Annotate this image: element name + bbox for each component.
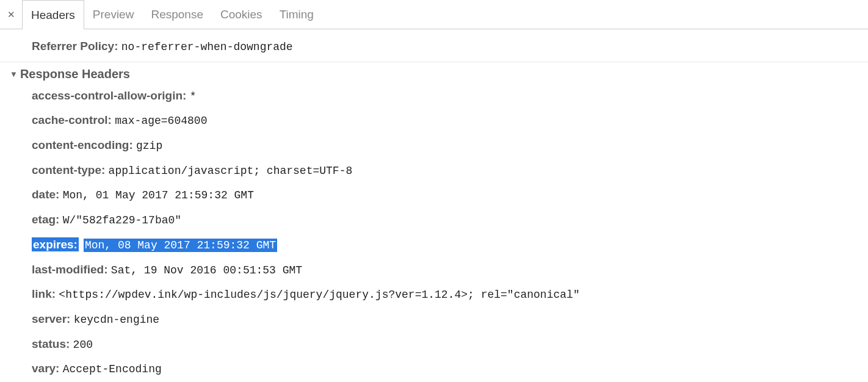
section-toggle[interactable]: ▼ Response Headers <box>0 67 868 81</box>
tab-preview[interactable]: Preview <box>84 0 143 29</box>
section-title: Response Headers <box>20 67 130 81</box>
header-name: vary: <box>32 362 59 375</box>
header-name: link: <box>32 287 56 300</box>
header-value: Sat, 19 Nov 2016 00:51:53 GMT <box>111 264 302 276</box>
close-icon[interactable]: ✕ <box>0 0 22 29</box>
header-row: cache-control: max-age=604800 <box>0 108 868 133</box>
header-name: access-control-allow-origin: <box>32 89 186 102</box>
header-value: keycdn-engine <box>74 314 159 326</box>
header-value: W/"582fa229-17ba0" <box>63 214 181 226</box>
header-row: content-type: application/javascript; ch… <box>0 158 868 183</box>
header-value: * <box>190 90 197 103</box>
header-value: <https://wpdev.ink/wp-includes/js/jquery… <box>59 289 579 301</box>
header-name: cache-control: <box>32 114 112 126</box>
tab-cookies[interactable]: Cookies <box>212 0 271 29</box>
header-row: server: keycdn-engine <box>0 307 868 332</box>
tab-response[interactable]: Response <box>142 0 212 29</box>
tab-bar: ✕ Headers Preview Response Cookies Timin… <box>0 0 868 29</box>
header-value: gzip <box>136 140 162 152</box>
header-name: server: <box>32 312 70 325</box>
header-name: status: <box>32 337 70 350</box>
header-row: link: <https://wpdev.ink/wp-includes/js/… <box>0 282 868 307</box>
response-headers-section: ▼ Response Headers <box>0 62 868 84</box>
header-name: last-modified: <box>32 263 108 276</box>
header-row-expires: expires:Mon, 08 May 2017 21:59:32 GMT <box>0 232 868 258</box>
header-name: expires: <box>32 237 79 251</box>
chevron-down-icon: ▼ <box>10 70 18 79</box>
header-value: max-age=604800 <box>115 115 207 127</box>
header-row: etag: W/"582fa229-17ba0" <box>0 207 868 232</box>
header-row: date: Mon, 01 May 2017 21:59:32 GMT <box>0 182 868 207</box>
header-row: status: 200 <box>0 332 868 357</box>
header-name: Referrer Policy: <box>32 40 118 52</box>
header-value: Mon, 08 May 2017 21:59:32 GMT <box>84 239 277 252</box>
header-name: content-type: <box>32 164 105 176</box>
header-value: 200 <box>73 339 93 351</box>
header-row: access-control-allow-origin: * <box>0 84 868 109</box>
header-value: no-referrer-when-downgrade <box>121 41 293 53</box>
header-row: content-encoding: gzip <box>0 133 868 158</box>
tab-headers[interactable]: Headers <box>22 0 84 29</box>
tab-timing[interactable]: Timing <box>271 0 322 29</box>
header-row-referrer-policy: Referrer Policy: no-referrer-when-downgr… <box>0 34 868 59</box>
header-row: last-modified: Sat, 19 Nov 2016 00:51:53… <box>0 258 868 283</box>
header-value: application/javascript; charset=UTF-8 <box>109 165 353 177</box>
header-value: Accept-Encoding <box>63 363 162 375</box>
header-name: content-encoding: <box>32 139 133 151</box>
header-name: etag: <box>32 213 59 226</box>
tabs: Headers Preview Response Cookies Timing <box>22 0 322 29</box>
header-row: vary: Accept-Encoding <box>0 356 868 381</box>
header-name: date: <box>32 188 59 201</box>
headers-panel: Referrer Policy: no-referrer-when-downgr… <box>0 29 868 382</box>
header-value: Mon, 01 May 2017 21:59:32 GMT <box>63 189 254 201</box>
